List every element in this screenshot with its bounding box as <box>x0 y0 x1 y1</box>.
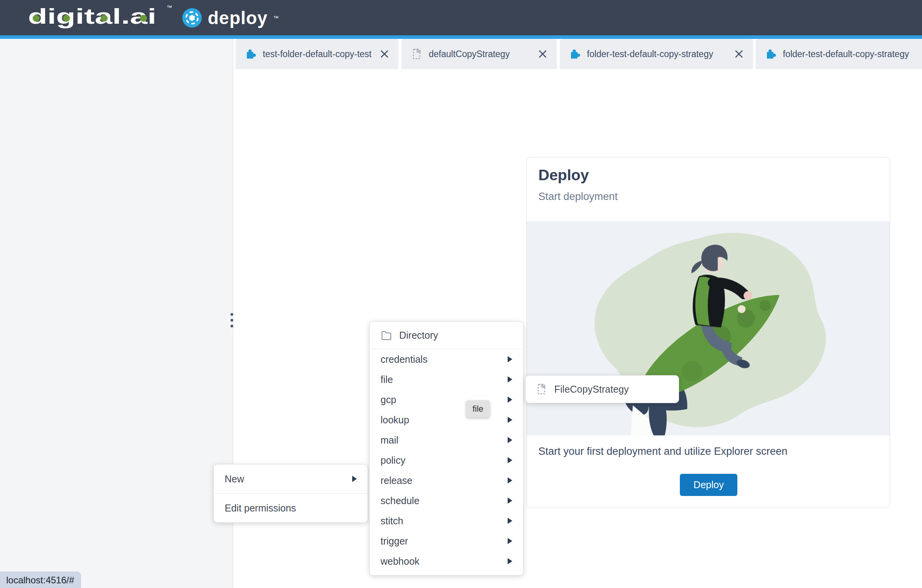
tab-label: test-folder-default-copy-test <box>263 49 372 59</box>
menu-item-mail[interactable]: mail <box>370 430 523 450</box>
tab-label: defaultCopyStrategy <box>429 49 510 59</box>
new-type-menu: Directory credentials file gcp lookup ma… <box>369 321 524 576</box>
puzzle-icon <box>569 48 581 60</box>
puzzle-icon <box>765 48 777 60</box>
submenu-arrow-icon <box>508 437 512 443</box>
menu-item-gcp[interactable]: gcp <box>370 390 523 410</box>
tab-test-folder-default-copy-test[interactable]: test-folder-default-copy-test <box>236 39 398 69</box>
submenu-arrow-icon <box>508 558 512 564</box>
close-icon[interactable] <box>734 49 744 59</box>
submenu-arrow-icon <box>508 498 512 504</box>
menu-item-trigger[interactable]: trigger <box>370 531 523 551</box>
close-icon[interactable] <box>538 49 547 59</box>
drag-ghost: file <box>466 400 490 418</box>
menu-item-release[interactable]: release <box>370 470 523 491</box>
tab-folder-test-default-copy-strategy-2[interactable]: folder-test-default-copy-strategy <box>756 39 922 69</box>
deploy-tm: ™ <box>273 15 279 21</box>
menu-item-new[interactable]: New <box>214 464 368 493</box>
top-navbar: digital.ai ™ deploy ™ <box>0 0 922 35</box>
menu-item-webhook[interactable]: webhook <box>370 551 523 571</box>
accent-strip <box>0 35 922 39</box>
card-title: Deploy <box>538 167 589 184</box>
deploy-card: Deploy Start deployment <box>526 157 890 508</box>
submenu-arrow-icon <box>352 476 357 482</box>
close-icon[interactable] <box>380 49 389 59</box>
submenu-arrow-icon <box>508 356 512 362</box>
folder-icon <box>381 329 392 341</box>
brand: digital.ai ™ deploy ™ <box>28 4 279 31</box>
menu-item-filecopystrategy[interactable]: FileCopyStrategy <box>554 384 629 395</box>
submenu-arrow-icon <box>508 538 512 544</box>
menu-item-directory[interactable]: Directory <box>370 322 523 349</box>
submenu-arrow-icon <box>508 417 512 423</box>
submenu-arrow-icon <box>508 457 512 463</box>
menu-item-credentials[interactable]: credentials <box>370 349 523 369</box>
tab-folder-test-default-copy-strategy[interactable]: folder-test-default-copy-strategy <box>560 39 753 69</box>
rocket-illustration <box>572 221 844 435</box>
deploy-wordmark: deploy <box>208 7 267 28</box>
app-root: digital.ai ™ deploy ™ <box>0 0 922 588</box>
digitalai-tm: ™ <box>166 4 172 10</box>
menu-item-edit-permissions[interactable]: Edit permissions <box>214 494 368 522</box>
submenu-arrow-icon <box>508 477 512 484</box>
tab-label: folder-test-default-copy-strategy <box>587 49 713 59</box>
digitalai-logo: digital.ai ™ <box>28 4 172 31</box>
drag-ghost-label: file <box>472 404 483 414</box>
file-submenu[interactable]: FileCopyStrategy <box>525 375 679 403</box>
deploy-brand: deploy ™ <box>182 7 278 28</box>
submenu-arrow-icon <box>508 397 512 403</box>
deploy-logo-icon <box>182 8 202 28</box>
browser-status-bar: localhost:4516/# <box>0 572 81 588</box>
tab-label: folder-test-default-copy-strategy <box>783 49 909 59</box>
status-url: localhost:4516/# <box>6 575 74 586</box>
menu-item-file[interactable]: file <box>370 369 523 390</box>
submenu-arrow-icon <box>508 376 512 383</box>
sidebar-resize-handle[interactable] <box>230 313 233 327</box>
submenu-arrow-icon <box>508 518 512 524</box>
puzzle-icon <box>245 48 257 60</box>
menu-item-stitch[interactable]: stitch <box>370 511 523 531</box>
explorer-sidebar <box>0 39 233 588</box>
deploy-button[interactable]: Deploy <box>680 474 737 496</box>
menu-item-policy[interactable]: policy <box>370 450 523 470</box>
file-dashed-icon <box>536 383 547 395</box>
illustration-band <box>527 221 890 435</box>
context-menu: New Edit permissions <box>213 464 368 523</box>
svg-text:digital.ai: digital.ai <box>28 4 156 28</box>
menu-item-lookup[interactable]: lookup <box>370 410 523 430</box>
file-dashed-icon <box>411 48 423 60</box>
digitalai-logo-icon: digital.ai <box>28 4 165 30</box>
card-description: Start your first deployment and utilize … <box>538 445 788 458</box>
card-subtitle: Start deployment <box>538 191 618 203</box>
menu-item-schedule[interactable]: schedule <box>370 491 523 511</box>
tab-defaultcopystrategy[interactable]: defaultCopyStrategy <box>402 39 557 69</box>
